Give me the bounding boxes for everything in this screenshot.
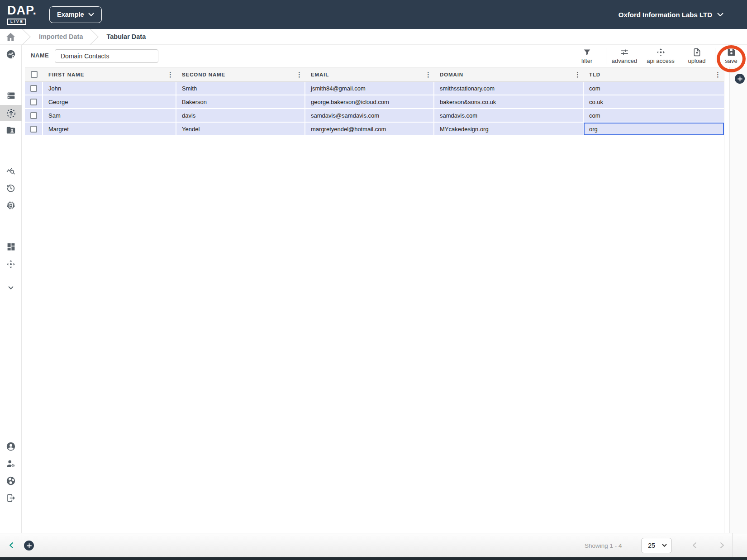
select-all-checkbox[interactable] — [31, 71, 38, 78]
table-toolbar: NAME filter advanced api access — [22, 45, 747, 67]
column-menu-icon[interactable]: ⋮ — [425, 71, 432, 78]
column-menu-icon[interactable]: ⋮ — [167, 71, 174, 78]
add-column-button[interactable] — [735, 74, 745, 84]
row-checkbox-cell — [25, 109, 43, 122]
column-header-second-name[interactable]: SECOND NAME ⋮ — [176, 67, 305, 81]
app-logo: DAP. LIVE — [7, 5, 37, 25]
sliders-icon — [620, 47, 629, 57]
sidebar-item-globe[interactable] — [0, 473, 22, 489]
project-selector-button[interactable]: Example — [49, 6, 102, 23]
table-row: Margret Yendel margretyendel@hotmail.com… — [25, 123, 724, 136]
cell-email[interactable]: margretyendel@hotmail.com — [305, 123, 434, 135]
column-header-domain[interactable]: DOMAIN ⋮ — [434, 67, 584, 81]
data-table: FIRST NAME ⋮ SECOND NAME ⋮ EMAIL ⋮ DOMAI… — [25, 67, 724, 136]
cell-first-name[interactable]: George — [43, 95, 176, 108]
cell-tld[interactable]: co.uk — [584, 95, 724, 108]
cell-email[interactable]: george.bakerson@icloud.com — [305, 95, 434, 108]
row-checkbox[interactable] — [30, 99, 37, 105]
chevron-down-icon — [88, 13, 94, 17]
sidebar-item-insights[interactable] — [0, 46, 22, 62]
bottom-bar: Showing 1 - 4 25 — [0, 533, 747, 557]
sidebar-item-data-map[interactable] — [0, 256, 22, 272]
filter-button[interactable]: filter — [568, 47, 606, 64]
logout-icon — [6, 493, 16, 503]
move-arrows-icon — [6, 259, 16, 269]
breadcrumb-item-tabular-data: Tabular Data — [107, 33, 146, 40]
row-checkbox[interactable] — [30, 85, 37, 92]
sidebar-item-logout[interactable] — [0, 490, 22, 506]
row-checkbox-cell — [25, 82, 43, 95]
query-stats-icon — [6, 166, 16, 176]
table-header-row: FIRST NAME ⋮ SECOND NAME ⋮ EMAIL ⋮ DOMAI… — [25, 67, 724, 82]
breadcrumb: Imported Data Tabular Data — [0, 29, 747, 45]
insights-icon — [6, 49, 16, 59]
right-gutter — [729, 67, 747, 533]
column-menu-icon[interactable]: ⋮ — [296, 71, 303, 78]
toolbar-actions: filter advanced api access — [568, 45, 747, 67]
cell-first-name[interactable]: John — [43, 82, 176, 95]
api-access-button[interactable]: api access — [642, 47, 679, 64]
cell-domain[interactable]: MYcakedesign.org — [434, 123, 584, 135]
column-header-first-name[interactable]: FIRST NAME ⋮ — [43, 67, 176, 81]
row-checkbox[interactable] — [30, 112, 37, 119]
globe-icon — [6, 476, 16, 486]
sidebar-item-data-sources[interactable] — [0, 87, 22, 104]
cell-email[interactable]: jsmith84@gmail.com — [305, 82, 434, 95]
header-checkbox-cell — [25, 67, 43, 81]
cell-second-name[interactable]: Smith — [176, 82, 305, 95]
pagination-status: Showing 1 - 4 — [585, 533, 622, 558]
table-name-input[interactable] — [55, 49, 158, 63]
cell-first-name[interactable]: Margret — [43, 123, 176, 135]
table-right-edge — [724, 67, 724, 533]
save-icon — [727, 47, 736, 57]
sidebar-item-history[interactable] — [0, 180, 22, 196]
table-row: Sam davis samdavis@samdavis.com samdavis… — [25, 109, 724, 123]
add-row-button[interactable] — [24, 541, 34, 551]
column-menu-icon[interactable]: ⋮ — [574, 71, 581, 78]
home-icon[interactable] — [6, 33, 15, 41]
sidebar-item-import-data[interactable] — [0, 105, 22, 121]
page-size-select[interactable]: 25 — [641, 538, 672, 553]
cell-first-name[interactable]: Sam — [43, 109, 176, 122]
window-bottom-edge — [0, 557, 747, 560]
column-header-email[interactable]: EMAIL ⋮ — [305, 67, 434, 81]
collapse-sidebar-icon[interactable] — [8, 542, 15, 549]
chip-icon — [6, 200, 16, 210]
account-circle-icon — [6, 441, 16, 451]
cell-domain[interactable]: samdavis.com — [434, 109, 584, 122]
folder-shared-icon — [6, 125, 16, 135]
sidebar-item-user-management[interactable] — [0, 456, 22, 472]
cell-tld[interactable]: com — [584, 109, 724, 122]
column-menu-icon[interactable]: ⋮ — [714, 71, 721, 78]
move-arrows-icon — [656, 47, 666, 57]
sidebar-item-dashboard[interactable] — [0, 238, 22, 255]
previous-page-button[interactable] — [691, 542, 698, 549]
sidebar-item-shared-folder[interactable] — [0, 122, 22, 138]
cell-email[interactable]: samdavis@samdavis.com — [305, 109, 434, 122]
table-row: John Smith jsmith84@gmail.com smithsstat… — [25, 82, 724, 95]
save-button[interactable]: save — [715, 47, 747, 64]
sidebar-item-query-stats[interactable] — [0, 163, 22, 179]
sidebar-item-processing[interactable] — [0, 197, 22, 214]
sidebar-item-expand-more[interactable] — [0, 280, 22, 296]
name-label: NAME — [31, 52, 49, 59]
organization-switcher[interactable]: Oxford Information Labs LTD — [619, 0, 723, 29]
row-checkbox-cell — [25, 95, 43, 108]
organization-name: Oxford Information Labs LTD — [619, 11, 712, 19]
row-checkbox[interactable] — [30, 126, 37, 133]
cell-second-name[interactable]: davis — [176, 109, 305, 122]
upload-button[interactable]: upload — [679, 47, 715, 64]
server-icon — [6, 91, 16, 100]
advanced-button[interactable]: advanced — [606, 47, 642, 64]
sidebar-item-account[interactable] — [0, 438, 22, 455]
cell-domain[interactable]: bakerson&sons.co.uk — [434, 95, 584, 108]
chevron-down-icon — [662, 544, 667, 547]
column-header-tld[interactable]: TLD ⋮ — [584, 67, 724, 81]
next-page-button[interactable] — [718, 542, 725, 549]
breadcrumb-item-imported-data[interactable]: Imported Data — [39, 33, 83, 40]
cell-tld-selected[interactable]: org — [584, 123, 724, 135]
cell-tld[interactable]: com — [584, 82, 724, 95]
cell-domain[interactable]: smithsstationary.com — [434, 82, 584, 95]
cell-second-name[interactable]: Yendel — [176, 123, 305, 135]
cell-second-name[interactable]: Bakerson — [176, 95, 305, 108]
